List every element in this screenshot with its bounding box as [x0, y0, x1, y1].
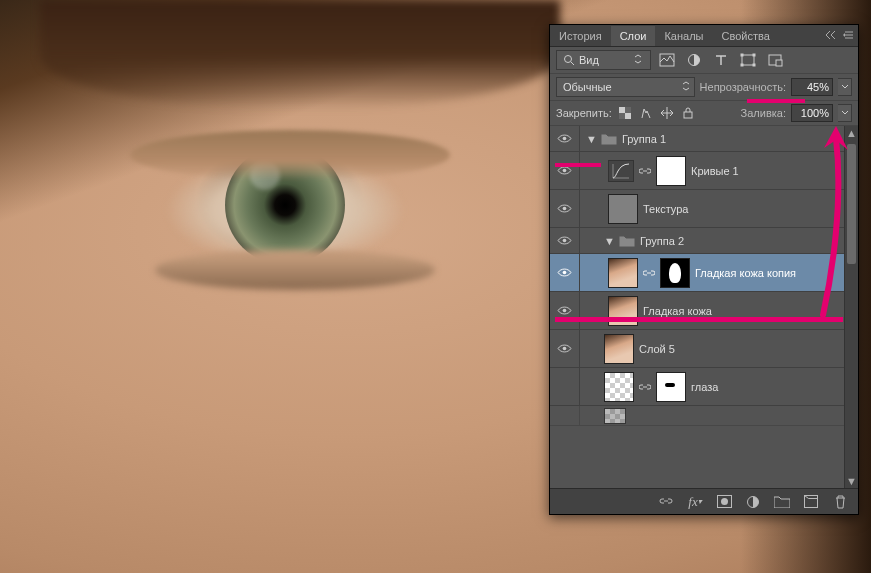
disclosure-triangle-icon[interactable]: ▼ — [586, 133, 596, 145]
layer-item[interactable]: Гладкая кожа — [550, 292, 858, 330]
svg-rect-5 — [753, 54, 756, 57]
canvas-image — [40, 0, 560, 110]
layer-item[interactable]: Текстура — [550, 190, 858, 228]
layer-thumbnail[interactable] — [608, 194, 638, 224]
visibility-toggle[interactable] — [550, 228, 580, 253]
svg-rect-11 — [625, 113, 631, 119]
fill-slider-toggle[interactable] — [838, 104, 852, 122]
layer-item[interactable] — [550, 406, 858, 426]
layer-item-selected[interactable]: Гладкая кожа копия — [550, 254, 858, 292]
visibility-toggle[interactable] — [550, 152, 580, 189]
filter-type-label: Вид — [579, 54, 599, 66]
lock-label: Закрепить: — [556, 107, 612, 119]
layers-scrollbar[interactable]: ▲ ▼ — [844, 126, 858, 488]
filter-pixel-icon[interactable] — [656, 50, 678, 70]
layer-name[interactable]: Слой 5 — [639, 343, 675, 355]
link-layers-icon[interactable] — [658, 494, 674, 510]
tab-layers[interactable]: Слои — [611, 26, 656, 46]
new-layer-icon[interactable] — [803, 494, 819, 510]
layer-filter-row: Вид — [550, 47, 858, 74]
new-adjustment-icon[interactable] — [745, 494, 761, 510]
scroll-down-icon[interactable]: ▼ — [845, 474, 858, 488]
layer-thumbnail[interactable] — [604, 372, 634, 402]
layers-panel-footer: fx▾ — [550, 488, 858, 514]
link-icon[interactable] — [639, 381, 651, 393]
panel-menu-icon[interactable] — [840, 30, 858, 42]
link-icon[interactable] — [643, 267, 655, 279]
svg-rect-4 — [741, 54, 744, 57]
visibility-toggle[interactable] — [550, 368, 580, 405]
layer-name[interactable]: Гладкая кожа копия — [695, 267, 796, 279]
layer-style-icon[interactable]: fx▾ — [687, 494, 703, 510]
visibility-toggle[interactable] — [550, 190, 580, 227]
scroll-up-icon[interactable]: ▲ — [845, 126, 858, 140]
tab-history[interactable]: История — [550, 26, 611, 46]
panel-collapse-icon[interactable] — [822, 30, 840, 42]
lock-image-icon[interactable] — [638, 105, 654, 121]
layer-group[interactable]: ▼ Группа 1 — [550, 126, 858, 152]
layer-name[interactable]: Группа 1 — [622, 133, 666, 145]
annotation-underline — [747, 99, 805, 103]
layer-mask-thumbnail[interactable] — [660, 258, 690, 288]
filter-shape-icon[interactable] — [737, 50, 759, 70]
filter-type-icon[interactable] — [710, 50, 732, 70]
svg-point-21 — [563, 347, 567, 351]
tab-channels[interactable]: Каналы — [655, 26, 712, 46]
layer-name[interactable]: Группа 2 — [640, 235, 684, 247]
lock-transparency-icon[interactable] — [617, 105, 633, 121]
layer-item[interactable]: Слой 5 — [550, 330, 858, 368]
svg-point-23 — [721, 498, 728, 505]
layer-thumbnail[interactable] — [604, 408, 626, 424]
curves-adjustment-icon — [608, 160, 634, 182]
layer-item[interactable]: глаза — [550, 368, 858, 406]
lock-all-icon[interactable] — [680, 105, 696, 121]
opacity-slider-toggle[interactable] — [838, 78, 852, 96]
layer-name[interactable]: Кривые 1 — [691, 165, 739, 177]
layer-thumbnail[interactable] — [608, 258, 638, 288]
filter-adjustment-icon[interactable] — [683, 50, 705, 70]
svg-rect-13 — [619, 113, 625, 119]
svg-point-20 — [563, 309, 567, 313]
layers-panel: История Слои Каналы Свойства Вид Обычные — [549, 24, 859, 515]
svg-point-19 — [563, 271, 567, 275]
layer-name[interactable]: Текстура — [643, 203, 688, 215]
filter-smartobject-icon[interactable] — [764, 50, 786, 70]
layer-group[interactable]: ▼ Группа 2 — [550, 228, 858, 254]
svg-rect-6 — [741, 64, 744, 67]
blend-mode-dropdown[interactable]: Обычные — [556, 77, 695, 97]
lock-fill-row: Закрепить: Заливка: 100% — [550, 101, 858, 126]
layers-list: ▼ Группа 1 Кривые 1 Текстура — [550, 126, 858, 488]
disclosure-triangle-icon[interactable]: ▼ — [604, 235, 614, 247]
svg-point-18 — [563, 239, 567, 243]
visibility-toggle[interactable] — [550, 406, 580, 425]
layer-name[interactable]: Гладкая кожа — [643, 305, 712, 317]
visibility-toggle[interactable] — [550, 292, 580, 329]
svg-rect-9 — [776, 60, 782, 66]
layer-name[interactable]: глаза — [691, 381, 718, 393]
fill-input[interactable]: 100% — [791, 104, 833, 122]
svg-rect-7 — [753, 64, 756, 67]
layer-mask-thumbnail[interactable] — [656, 372, 686, 402]
layer-adjustment[interactable]: Кривые 1 — [550, 152, 858, 190]
svg-point-0 — [565, 56, 572, 63]
layer-thumbnail[interactable] — [604, 334, 634, 364]
lock-position-icon[interactable] — [659, 105, 675, 121]
visibility-toggle[interactable] — [550, 330, 580, 367]
link-icon[interactable] — [639, 165, 651, 177]
filter-type-dropdown[interactable]: Вид — [556, 50, 651, 70]
svg-rect-3 — [742, 55, 754, 65]
svg-point-15 — [563, 137, 567, 141]
canvas-image — [130, 130, 450, 180]
layer-mask-thumbnail[interactable] — [656, 156, 686, 186]
opacity-input[interactable]: 45% — [791, 78, 833, 96]
canvas-image — [155, 250, 435, 290]
chevron-down-icon — [682, 81, 690, 93]
delete-layer-icon[interactable] — [832, 494, 848, 510]
visibility-toggle[interactable] — [550, 126, 580, 151]
scroll-thumb[interactable] — [847, 144, 856, 264]
add-mask-icon[interactable] — [716, 494, 732, 510]
svg-rect-14 — [684, 112, 692, 118]
new-group-icon[interactable] — [774, 494, 790, 510]
visibility-toggle[interactable] — [550, 254, 580, 291]
tab-properties[interactable]: Свойства — [712, 26, 778, 46]
